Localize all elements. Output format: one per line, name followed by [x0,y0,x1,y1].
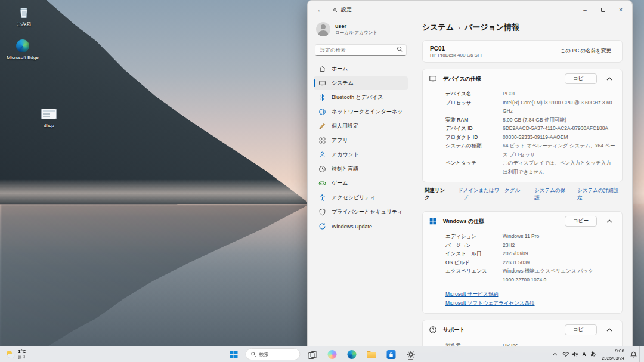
spec-label: インストール日 [445,249,503,258]
support-collapse-chevron[interactable] [603,324,616,335]
device-spec-header[interactable]: デバイスの仕様 コピー [423,69,622,88]
sidebar-item-accessibility[interactable]: アクセシビリティ [314,191,408,205]
volume-icon [571,351,578,357]
windows-start-icon [230,351,237,358]
weather-temp: 1°C [18,349,26,354]
sidebar-item-label: プライバシーとセキュリティ [332,208,403,216]
spec-row: デバイス ID6DE9AACD-5A37-4110-AC2A-87930AFC1… [445,124,616,133]
sidebar-item-home[interactable]: ホーム [314,62,408,76]
sidebar-item-windows-update[interactable]: Windows Update [314,219,408,233]
device-spec-icon [429,75,437,83]
spec-value: 2025/03/09 [503,249,616,258]
windows-spec-links: Microsoft サービス規約 Microsoft ソフトウェアライセンス条項 [423,290,622,313]
windows-spec-title: Windows の仕様 [443,218,484,225]
windows-logo-icon [429,217,437,225]
sidebar-item-network-internet[interactable]: ネットワークとインターネット [314,105,408,119]
support-header[interactable]: サポート コピー [423,320,622,339]
spec-value: 00330-52333-09119-AAOEM [503,133,616,142]
link-advanced-system-settings[interactable]: システムの詳細設定 [577,187,620,202]
desktop-icon-label: dhcp [31,123,67,128]
link-services-agreement[interactable]: Microsoft サービス規約 [445,291,498,298]
device-spec-rows: デバイス名PC01 プロセッサIntel(R) Core(TM) i3-9100… [423,88,622,182]
start-button[interactable] [226,348,242,361]
edge-taskbar-button[interactable] [344,348,360,361]
spec-label: エディション [445,232,503,241]
avatar [316,22,330,36]
open-app-indicator [408,359,413,360]
spec-row: デバイス名PC01 [445,89,616,98]
link-domain-workgroup[interactable]: ドメインまたはワークグループ [458,187,525,202]
maximize-button[interactable] [594,2,612,17]
rename-pc-button[interactable]: この PC の名前を変更 [557,46,615,57]
back-button[interactable]: ← [314,4,327,16]
tray-overflow-chevron[interactable] [550,348,560,361]
device-spec-copy-button[interactable]: コピー [565,73,597,84]
task-view-icon [308,351,317,358]
sidebar-item-apps[interactable]: アプリ [314,134,408,147]
spec-label: バージョン [445,241,503,250]
device-spec-card: デバイスの仕様 コピー デバイス名PC01 プロセッサIntel(R) Core… [422,69,623,182]
clock[interactable]: 9:06 2025/03/24 [598,348,628,361]
settings-search-input[interactable] [315,44,407,56]
desktop-icon-edge[interactable]: Microsoft Edge [5,38,41,60]
titlebar: ← 設定 – × [308,1,632,18]
support-copy-button[interactable]: コピー [565,324,597,335]
account-profile[interactable]: user ローカル アカウント [314,20,408,42]
notification-bell-button[interactable] [628,348,639,361]
windows-spec-collapse-chevron[interactable] [603,216,616,227]
sidebar-item-label: アクセシビリティ [332,194,376,202]
spec-row: システムの種類64 ビット オペレーティング システム、x64 ベース プロセッ… [445,141,616,159]
file-explorer-button[interactable] [364,348,379,361]
sidebar-item-gaming[interactable]: ゲーム [314,177,408,190]
sidebar-item-label: Bluetooth とデバイス [332,94,383,101]
taskbar-tray: A あ 9:06 2025/03/24 [550,346,644,362]
sidebar-item-system[interactable]: システム [314,76,408,90]
settings-gear-icon [332,7,338,13]
sidebar-item-label: 時刻と言語 [332,165,358,173]
breadcrumb: システム › バージョン情報 [422,22,623,33]
minimize-button[interactable]: – [576,2,594,17]
store-button[interactable] [383,348,399,361]
breadcrumb-system[interactable]: システム [422,22,454,33]
taskbar: 1°C 曇り [0,346,644,362]
desktop-icon-recycle-bin[interactable]: ごみ箱 [6,5,42,27]
spec-row: エクスペリエンスWindows 機能エクスペリエンス パック 1000.2270… [445,267,616,284]
ime-mode-latin[interactable]: A [580,348,589,361]
settings-taskbar-button[interactable] [403,348,419,361]
network-volume-group[interactable] [560,348,580,361]
link-system-protection[interactable]: システムの保護 [534,187,568,202]
spec-row: バージョン23H2 [445,241,616,250]
update-icon [318,222,326,230]
sidebar-item-personalization[interactable]: 個人用設定 [314,119,408,133]
spec-value: PC01 [503,89,616,98]
sidebar-item-privacy-security[interactable]: プライバシーとセキュリティ [314,205,408,219]
link-software-license[interactable]: Microsoft ソフトウェアライセンス条項 [445,300,535,307]
taskbar-search[interactable] [246,348,301,360]
ime-mode-kana[interactable]: あ [589,348,599,361]
device-model: HP ProDesk 400 G6 SFF [430,52,484,58]
tray-time: 9:06 [615,348,624,354]
desktop-icon-dhcp[interactable]: dhcp [31,106,67,128]
sidebar-item-accounts[interactable]: アカウント [314,148,408,162]
windows-spec-card: Windows の仕様 コピー エディションWindows 11 Pro バージ… [422,211,623,314]
sidebar-item-time-language[interactable]: 時刻と言語 [314,162,408,176]
folder-icon [367,352,376,358]
task-view-button[interactable] [305,348,320,361]
device-spec-collapse-chevron[interactable] [603,73,616,84]
spec-value: 64 ビット オペレーティング システム、x64 ベース プロセッサ [503,141,616,159]
page-title: バージョン情報 [465,22,519,33]
account-type: ローカル アカウント [335,30,377,36]
tray-date: 2025/03/24 [602,355,624,361]
show-desktop-button[interactable] [639,346,642,362]
spec-value: 6DE9AACD-5A37-4110-AC2A-87930AFC188A [503,124,616,133]
sidebar-item-bluetooth-devices[interactable]: Bluetooth とデバイス [314,91,408,104]
windows-spec-copy-button[interactable]: コピー [565,216,597,227]
widgets-weather-button[interactable]: 1°C 曇り [0,346,32,362]
sidebar-item-label: ゲーム [332,180,348,187]
settings-nav: ホーム システム Bluetooth とデバイス ネットワークとインターネット … [314,62,408,233]
weather-icon [6,350,15,359]
close-button[interactable]: × [612,2,630,17]
windows-spec-header[interactable]: Windows の仕様 コピー [423,212,622,231]
copilot-button[interactable] [324,348,340,361]
taskbar-search-input[interactable] [259,352,295,357]
